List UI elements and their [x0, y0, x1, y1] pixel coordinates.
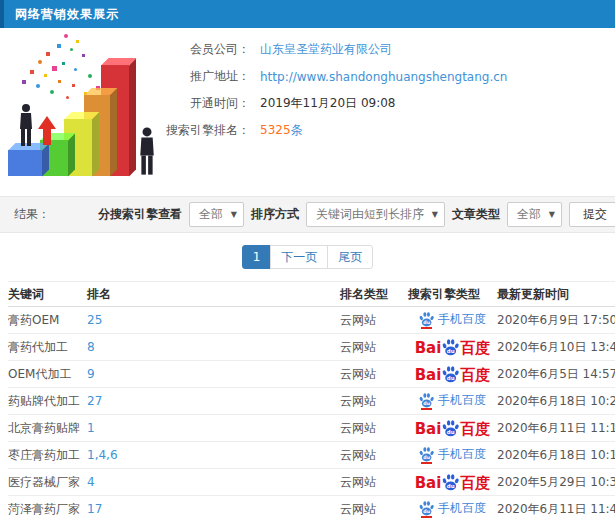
- rank-type-cell: 云网站: [340, 307, 408, 334]
- rank-type-cell: 云网站: [340, 442, 408, 469]
- company-label: 会员公司：: [150, 41, 250, 58]
- sort-select[interactable]: 关键词由短到长排序▼: [306, 202, 445, 227]
- bar-blue: [8, 150, 42, 176]
- svg-text:du: du: [447, 347, 455, 353]
- rank-count-number: 5325: [260, 123, 291, 137]
- engine-select[interactable]: 全部▼: [189, 202, 244, 227]
- rank-link[interactable]: 9: [87, 367, 95, 381]
- baidu-paw-icon: du: [419, 501, 434, 516]
- baidu-paw-icon: du: [442, 474, 459, 491]
- rank-link[interactable]: 27: [87, 394, 102, 408]
- info-row-open-time: 开通时间： 2019年11月20日 09:08: [150, 90, 610, 117]
- rank-type-cell: 云网站: [340, 415, 408, 442]
- baidu-logo-cn: 百度: [460, 368, 490, 383]
- svg-text:du: du: [447, 428, 455, 434]
- rank-cell: 8: [87, 334, 340, 361]
- engine-type-cell: du手机百度: [408, 496, 497, 520]
- rank-cell: 27: [87, 388, 340, 415]
- marketing-report-page: 网络营销效果展示: [0, 0, 615, 520]
- header-engine-type: 搜索引擎类型: [408, 282, 497, 307]
- table-row: 枣庄膏药加工1,4,6云网站du手机百度2020年6月18日 10:19: [8, 442, 615, 469]
- rank-link[interactable]: 1: [87, 421, 95, 435]
- rank-link[interactable]: 8: [87, 340, 95, 354]
- rank-count-label: 搜索引擎排名：: [150, 122, 250, 139]
- baidu-logo-cn: 百度: [460, 422, 490, 437]
- table-row: 北京膏药贴牌1云网站Baidu百度2020年6月11日 11:18: [8, 415, 615, 442]
- member-info: 会员公司： 山东皇圣堂药业有限公司 推广地址： http://www.shand…: [150, 36, 610, 144]
- keyword-cell: 膏药OEM: [8, 307, 87, 334]
- red-underline: [421, 408, 432, 410]
- header-update-time: 最新更新时间: [497, 282, 615, 307]
- svg-text:du: du: [423, 509, 430, 514]
- mobile-baidu-label: 手机百度: [438, 446, 486, 463]
- mobile-baidu-badge: du手机百度: [419, 392, 486, 409]
- article-type-label: 文章类型: [452, 206, 500, 223]
- company-link[interactable]: 山东皇圣堂药业有限公司: [260, 41, 392, 58]
- baidu-paw-icon: du: [442, 420, 459, 437]
- mobile-baidu-badge: du手机百度: [419, 500, 486, 517]
- rank-count-value: 5325条: [260, 122, 303, 139]
- red-underline: [421, 462, 432, 464]
- engine-type-cell: Baidu百度: [408, 469, 497, 496]
- mobile-baidu-badge: du手机百度: [419, 446, 486, 463]
- update-time-cell: 2020年6月18日 10:25: [497, 388, 615, 415]
- rank-type-cell: 云网站: [340, 361, 408, 388]
- rank-cell: 4: [87, 469, 340, 496]
- header-rank-type: 排名类型: [340, 282, 408, 307]
- mobile-baidu-badge: du手机百度: [419, 311, 486, 328]
- filter-bar: 结果： 分搜索引擎查看 全部▼ 排序方式 关键词由短到长排序▼ 文章类型 全部▼…: [0, 196, 615, 233]
- chevron-down-icon: ▼: [432, 203, 438, 226]
- engine-type-cell: Baidu百度: [408, 415, 497, 442]
- rank-type-cell: 云网站: [340, 388, 408, 415]
- open-time-label: 开通时间：: [150, 95, 250, 112]
- rank-type-cell: 云网站: [340, 334, 408, 361]
- table-row: 膏药OEM25云网站du手机百度2020年6月9日 17:50: [8, 307, 615, 334]
- sort-filter-label: 排序方式: [251, 206, 299, 223]
- update-time-cell: 2020年6月9日 17:50: [497, 307, 615, 334]
- results-table-body: 膏药OEM25云网站du手机百度2020年6月9日 17:50膏药代加工8云网站…: [8, 307, 615, 520]
- red-underline: [421, 327, 432, 329]
- rank-cell: 17: [87, 496, 340, 520]
- rank-cell: 1,4,6: [87, 442, 340, 469]
- info-row-url: 推广地址： http://www.shandonghuangshengtang.…: [150, 63, 610, 90]
- baidu-paw-icon: du: [419, 393, 434, 408]
- rank-link[interactable]: 25: [87, 313, 102, 327]
- update-time-cell: 2020年6月18日 10:19: [497, 442, 615, 469]
- title-bar-accent: [0, 0, 4, 28]
- page-title: 网络营销效果展示: [15, 0, 119, 28]
- baidu-paw-icon: du: [442, 366, 459, 383]
- last-page-button[interactable]: 尾页: [327, 245, 373, 269]
- keyword-cell: 枣庄膏药加工: [8, 442, 87, 469]
- filter-controls: 分搜索引擎查看 全部▼ 排序方式 关键词由短到长排序▼ 文章类型 全部▼ 提交: [98, 197, 615, 232]
- mobile-baidu-label: 手机百度: [438, 500, 486, 517]
- svg-text:du: du: [423, 455, 430, 460]
- update-time-cell: 2020年6月11日 11:18: [497, 415, 615, 442]
- baidu-logo-bai: Bai: [415, 341, 442, 356]
- rank-link[interactable]: 1,4,6: [87, 448, 118, 462]
- mobile-baidu-label: 手机百度: [438, 311, 486, 328]
- table-header-row: 关键词 排名 排名类型 搜索引擎类型 最新更新时间: [8, 282, 615, 307]
- engine-type-cell: du手机百度: [408, 307, 497, 334]
- engine-type-cell: Baidu百度: [408, 361, 497, 388]
- baidu-logo: Baidu百度: [415, 474, 491, 491]
- chevron-down-icon: ▼: [549, 203, 555, 226]
- submit-button[interactable]: 提交: [569, 202, 615, 227]
- engine-type-cell: du手机百度: [408, 442, 497, 469]
- page-1-button[interactable]: 1: [242, 245, 272, 269]
- chevron-down-icon: ▼: [231, 203, 237, 226]
- promo-url-link[interactable]: http://www.shandonghuangshengtang.cn: [260, 70, 507, 84]
- header-keyword: 关键词: [8, 282, 87, 307]
- rank-link[interactable]: 4: [87, 475, 95, 489]
- rank-count-unit: 条: [291, 123, 303, 137]
- svg-text:du: du: [447, 374, 455, 380]
- svg-text:du: du: [447, 482, 455, 488]
- result-label: 结果：: [14, 197, 50, 232]
- pagination: 1 下一页 尾页: [0, 245, 615, 269]
- red-underline: [421, 516, 432, 518]
- promo-url-label: 推广地址：: [150, 68, 250, 85]
- next-page-button[interactable]: 下一页: [270, 245, 328, 269]
- baidu-logo-bai: Bai: [415, 476, 442, 491]
- rank-link[interactable]: 17: [87, 502, 102, 516]
- article-type-select[interactable]: 全部▼: [507, 202, 562, 227]
- baidu-logo: Baidu百度: [415, 420, 491, 437]
